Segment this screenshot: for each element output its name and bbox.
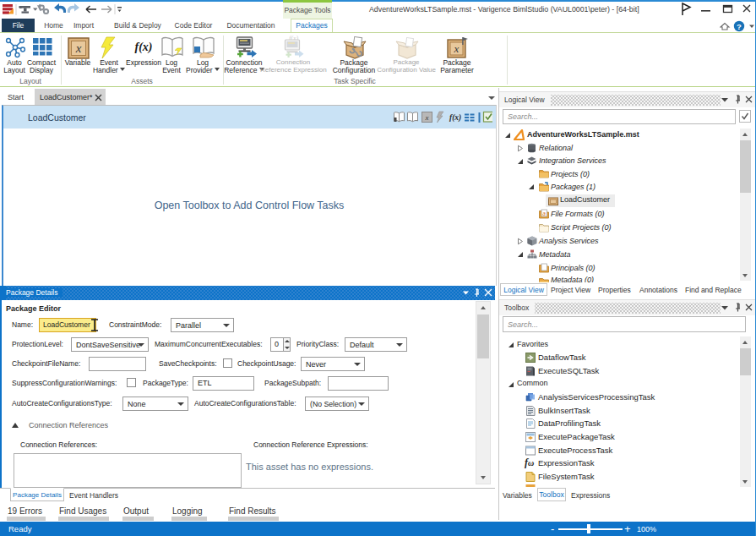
svg-text:x: x <box>425 113 429 122</box>
svg-text:?: ? <box>737 22 742 31</box>
svg-text:a: a <box>542 211 546 216</box>
svg-text:x: x <box>454 42 460 55</box>
svg-text:x: x <box>75 41 82 55</box>
svg-text:f(x): f(x) <box>449 113 461 123</box>
